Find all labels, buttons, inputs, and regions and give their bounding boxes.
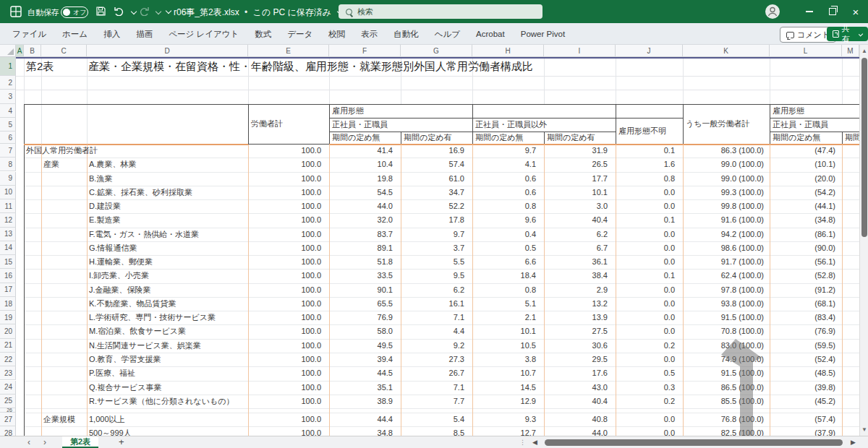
- cell-F27[interactable]: 44.4: [329, 413, 401, 426]
- cell-E7[interactable]: 100.0: [248, 144, 329, 158]
- cell-F15[interactable]: 51.8: [329, 255, 401, 269]
- row-header-8[interactable]: 8: [0, 158, 16, 171]
- cell-C8-group[interactable]: 産業: [43, 158, 59, 171]
- cell-F24[interactable]: 35.1: [329, 381, 401, 395]
- menu-tab-8[interactable]: 校閲: [320, 23, 353, 45]
- cell-L17[interactable]: (91.2): [770, 283, 842, 297]
- cell-H6-header[interactable]: 期間の定め無: [472, 132, 544, 144]
- cell-G25[interactable]: 7.7: [401, 395, 472, 408]
- cell-I7[interactable]: 31.9: [544, 144, 616, 158]
- cell-D28-label[interactable]: 500～999人: [89, 426, 132, 436]
- cell-H24[interactable]: 14.5: [472, 381, 544, 395]
- cell-F21[interactable]: 49.5: [329, 339, 401, 353]
- column-header-C[interactable]: C: [41, 45, 87, 57]
- cell-F17[interactable]: 90.1: [329, 283, 401, 297]
- cell-K7[interactable]: 86.3 (100.0): [683, 144, 770, 158]
- cell-G15[interactable]: 5.5: [401, 255, 472, 269]
- cell-J11[interactable]: 0.0: [616, 199, 683, 213]
- cell-H19[interactable]: 2.1: [472, 311, 544, 324]
- cell-K11[interactable]: 99.8 (100.0): [683, 199, 770, 213]
- menu-tab-5[interactable]: ページ レイアウト: [161, 23, 247, 45]
- cell-F16[interactable]: 33.5: [329, 269, 401, 283]
- cell-K12[interactable]: 91.6 (100.0): [683, 213, 770, 227]
- cell-H18[interactable]: 5.1: [472, 297, 544, 311]
- cell-H21[interactable]: 10.5: [472, 339, 544, 353]
- cell-I17[interactable]: 2.9: [544, 283, 616, 297]
- menu-tab-10[interactable]: 自動化: [386, 23, 427, 45]
- cell-G28[interactable]: 8.5: [401, 426, 472, 436]
- menu-tab-12[interactable]: Acrobat: [468, 23, 513, 45]
- menu-tab-1[interactable]: ファイル: [4, 23, 54, 45]
- cell-L22[interactable]: (52.4): [770, 353, 842, 366]
- cell-H10[interactable]: 0.6: [472, 186, 544, 199]
- restore-button[interactable]: [822, 0, 843, 23]
- cell-D9-label[interactable]: B.漁業: [89, 172, 112, 186]
- cell-F12[interactable]: 32.0: [329, 213, 401, 227]
- cell-G8[interactable]: 57.4: [401, 158, 472, 171]
- row-header-22[interactable]: 22: [0, 353, 16, 366]
- cell-L18[interactable]: (68.1): [770, 297, 842, 311]
- cell-K14[interactable]: 98.6 (100.0): [683, 241, 770, 255]
- cell-D20-label[interactable]: M.宿泊業、飲食サービス業: [89, 324, 186, 338]
- undo-icon[interactable]: [114, 7, 124, 16]
- row-header-14[interactable]: 14: [0, 241, 16, 255]
- cell-F22[interactable]: 39.4: [329, 353, 401, 366]
- cell-M6-header[interactable]: 期間の定め有: [842, 132, 859, 144]
- cell-H25[interactable]: 12.9: [472, 395, 544, 408]
- cell-L16[interactable]: (52.8): [770, 269, 842, 283]
- column-header-D[interactable]: D: [87, 45, 248, 57]
- cell-L27[interactable]: (57.4): [770, 413, 842, 426]
- cell-F8[interactable]: 10.4: [329, 158, 401, 171]
- cell-K21[interactable]: 83.0 (100.0): [683, 339, 770, 353]
- cell-I12[interactable]: 40.4: [544, 213, 616, 227]
- cell-J20[interactable]: 0.0: [616, 324, 683, 338]
- cell-D25-label[interactable]: R.サービス業（他に分類されないもの）: [89, 395, 234, 408]
- cell-I18[interactable]: 13.2: [544, 297, 616, 311]
- cell-F7[interactable]: 41.4: [329, 144, 401, 158]
- cell-I28[interactable]: 44.0: [544, 426, 616, 436]
- cell-L20[interactable]: (76.9): [770, 324, 842, 338]
- cell-H20[interactable]: 10.1: [472, 324, 544, 338]
- menu-tab-7[interactable]: データ: [279, 23, 320, 45]
- cell-D21-label[interactable]: N.生活関連サービス業、娯楽業: [89, 339, 201, 353]
- row-header-15[interactable]: 15: [0, 255, 16, 269]
- cell-L12[interactable]: (34.8): [770, 213, 842, 227]
- cell-L10[interactable]: (54.2): [770, 186, 842, 199]
- cell-H5-header[interactable]: 正社員・正職員以外: [472, 118, 616, 132]
- row-header-13[interactable]: 13: [0, 228, 16, 241]
- cell-K24[interactable]: 86.5 (100.0): [683, 381, 770, 395]
- cell-K25[interactable]: 85.5 (100.0): [683, 395, 770, 408]
- cell-I15[interactable]: 36.1: [544, 255, 616, 269]
- scroll-down-icon[interactable]: ▼: [861, 426, 867, 433]
- cell-K10[interactable]: 99.3 (100.0): [683, 186, 770, 199]
- cell-K19[interactable]: 91.5 (100.0): [683, 311, 770, 324]
- cell-L24[interactable]: (39.8): [770, 381, 842, 395]
- cell-I25[interactable]: 40.4: [544, 395, 616, 408]
- cell-J12[interactable]: 0.1: [616, 213, 683, 227]
- row-header-4[interactable]: 4: [0, 104, 16, 118]
- column-header-B[interactable]: B: [24, 45, 41, 57]
- cell-I21[interactable]: 30.6: [544, 339, 616, 353]
- cell-G22[interactable]: 27.3: [401, 353, 472, 366]
- cell-F5-header[interactable]: 正社員・正職員: [329, 118, 472, 132]
- cell-J19[interactable]: 0.0: [616, 311, 683, 324]
- cell-J8[interactable]: 1.6: [616, 158, 683, 171]
- cell-D11-label[interactable]: D.建設業: [89, 199, 121, 213]
- column-header-J[interactable]: J: [616, 45, 683, 57]
- row-header-16[interactable]: 16: [0, 269, 16, 283]
- column-header-K[interactable]: K: [683, 45, 770, 57]
- cell-L7[interactable]: (47.4): [770, 144, 842, 158]
- cell-I27[interactable]: 40.8: [544, 413, 616, 426]
- cell-H22[interactable]: 3.8: [472, 353, 544, 366]
- menu-tab-2[interactable]: ホーム: [54, 23, 95, 45]
- cell-E4-header[interactable]: 労働者計: [248, 104, 329, 144]
- account-avatar[interactable]: [765, 4, 780, 19]
- cell-H16[interactable]: 18.4: [472, 269, 544, 283]
- column-header-A[interactable]: A: [16, 45, 24, 57]
- cell-L14[interactable]: (90.0): [770, 241, 842, 255]
- cell-L19[interactable]: (83.4): [770, 311, 842, 324]
- cell-L4-header[interactable]: 雇用形態: [770, 104, 859, 118]
- cell-E11[interactable]: 100.0: [248, 199, 329, 213]
- cell-J23[interactable]: 0.5: [616, 366, 683, 380]
- quick-access-dropdown-icon[interactable]: [166, 8, 171, 14]
